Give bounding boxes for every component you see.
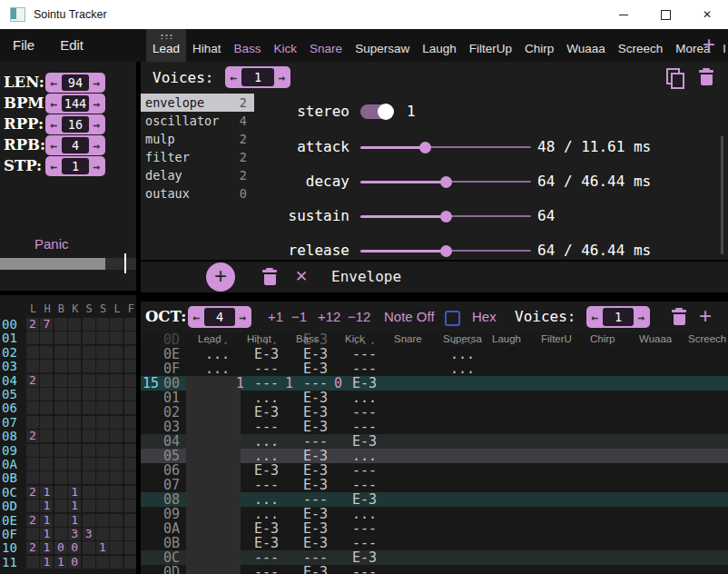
note-cell[interactable]: ... [254,492,279,507]
song-param-stepper[interactable]: ←4→ [45,135,105,155]
order-cell[interactable]: 2 [26,430,39,442]
order-cell[interactable] [68,388,81,401]
stepper-increase-button[interactable]: → [89,97,104,111]
slider-knob[interactable] [440,211,452,223]
order-cell[interactable] [54,528,67,540]
track-header-bass[interactable]: Bass [296,333,320,344]
order-cell[interactable] [26,401,39,414]
order-cell[interactable] [110,528,123,540]
tab-hihat[interactable]: Hihat [186,29,228,62]
order-cell[interactable]: 1 [40,528,53,540]
stepper-decrease-button[interactable]: ← [46,160,62,173]
order-cell[interactable] [26,444,39,457]
order-cell[interactable] [54,471,67,484]
order-cell[interactable] [110,346,123,359]
order-cell[interactable] [26,416,39,429]
note-cell[interactable]: E-3 [303,463,328,478]
note-cell[interactable]: E-3 [352,492,377,507]
param-slider[interactable] [360,201,531,232]
order-cell[interactable]: 1 [40,486,53,499]
order-cell[interactable]: 7 [40,318,53,331]
delete-instrument-button[interactable] [699,68,713,85]
order-cell[interactable] [83,430,95,442]
order-cell[interactable] [40,346,53,359]
note-cell[interactable]: --- [352,420,377,434]
order-cell[interactable] [40,430,53,442]
order-cell[interactable] [54,374,67,387]
add-instrument-button[interactable]: + [703,29,715,62]
order-cell[interactable] [26,332,39,344]
track-header-lead[interactable]: Lead [198,333,221,344]
note-cell[interactable]: --- [254,565,279,574]
order-cell[interactable] [40,416,53,429]
order-cell[interactable] [124,471,136,484]
order-cell[interactable] [83,556,95,569]
order-cell[interactable] [54,514,67,527]
order-cell[interactable] [40,332,53,344]
pattern-number-cell[interactable]: 1 [285,376,293,391]
order-cell[interactable]: 1 [40,556,53,569]
track-voices-stepper[interactable]: ←1→ [586,306,650,328]
note-cell[interactable]: E-3 [303,405,328,420]
note-cell[interactable]: ... [254,449,279,463]
note-cell[interactable]: ... [450,347,475,361]
order-cell[interactable] [26,458,39,470]
order-cell[interactable] [83,401,95,414]
order-cell[interactable] [96,388,109,401]
order-cell[interactable]: 0 [68,541,81,554]
order-cell[interactable] [68,401,81,414]
order-cell[interactable] [54,360,67,372]
order-cell[interactable] [83,318,95,331]
order-cell[interactable] [124,556,136,569]
track-header-filteru[interactable]: FilterU [541,333,572,344]
note-toolbar-button-+12[interactable]: +12 [318,302,340,332]
note-cell[interactable]: ... [254,391,279,405]
order-cell[interactable] [110,430,123,442]
add-track-button[interactable]: + [699,302,712,331]
note-cell[interactable]: --- [352,536,377,550]
order-cell[interactable] [124,360,136,372]
order-cell[interactable]: 1 [40,500,53,512]
order-cell[interactable]: 0 [68,556,81,569]
order-cell[interactable]: 2 [26,541,39,554]
order-cell[interactable] [83,332,95,344]
pattern-row[interactable]: 0E...E-3E-3---... [141,347,728,361]
close-button[interactable]: ✕ [686,0,728,29]
order-cell[interactable] [54,430,67,442]
params-scrollbar[interactable] [721,136,723,254]
order-cell[interactable] [124,444,136,457]
order-cell[interactable] [54,346,67,359]
note-cell[interactable]: --- [303,434,328,449]
note-cell[interactable]: --- [303,492,328,507]
track-header-laugh[interactable]: Laugh [492,333,521,344]
order-cell[interactable] [110,486,123,499]
note-cell[interactable]: E-3 [303,361,328,376]
order-cell[interactable] [110,444,123,457]
stepper-decrease-button[interactable]: ← [46,76,62,90]
order-cell[interactable] [124,541,136,554]
order-cell[interactable] [124,388,136,401]
stepper-value[interactable]: 94 [62,74,89,91]
note-cell[interactable]: --- [352,565,377,574]
stepper-value[interactable]: 4 [204,308,235,326]
order-cell[interactable] [83,388,95,401]
order-cell[interactable] [96,346,109,359]
order-cell[interactable] [54,332,67,344]
stepper-value[interactable]: 1 [62,158,89,174]
order-cell[interactable] [54,486,67,499]
order-cell[interactable] [83,360,95,372]
stepper-decrease-button[interactable]: ← [46,118,62,132]
tab-bass[interactable]: Bass [228,29,268,62]
order-cell[interactable] [96,500,109,512]
order-cell[interactable] [54,416,67,429]
order-cell[interactable] [124,346,136,359]
param-slider[interactable] [360,166,531,197]
slider-knob[interactable] [440,245,452,257]
order-cell[interactable] [110,374,123,387]
order-cell[interactable] [68,346,81,359]
order-cell[interactable] [124,401,136,414]
unit-row-envelope[interactable]: envelope2 [141,94,254,112]
order-cell[interactable]: 1 [54,556,67,569]
stepper-decrease-button[interactable]: ← [189,311,204,324]
order-cell[interactable] [110,471,123,484]
